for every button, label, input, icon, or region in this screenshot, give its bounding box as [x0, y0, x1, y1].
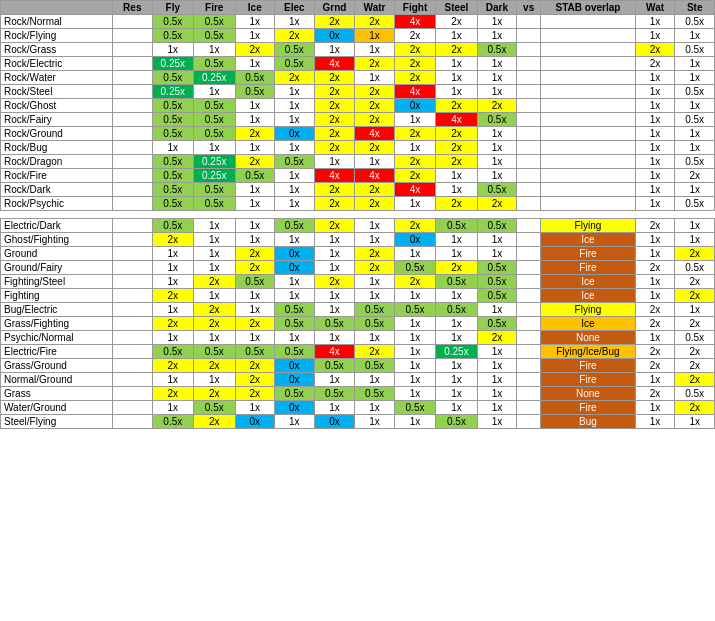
- table-row: Grass2x2x2x0.5x0.5x0.5x1x1x1xNone2x0.5x: [1, 387, 715, 401]
- table-row: Grass/Ground2x2x2x0x0.5x0.5x1x1x1xFire2x…: [1, 359, 715, 373]
- col-header-vs: vs: [517, 1, 541, 15]
- table-row: Rock/Dragon0.5x0.25x2x0.5x1x1x2x2x1x1x0.…: [1, 155, 715, 169]
- table-row: Water/Ground1x0.5x1x0x1x1x0.5x1x1xFire1x…: [1, 401, 715, 415]
- table-row: Rock/Psychic0.5x0.5x1x1x2x2x1x2x2x1x0.5x: [1, 197, 715, 211]
- col-header-dark: Dark: [477, 1, 517, 15]
- table-row: Normal/Ground1x1x2x0x1x1x1x1x1xFire1x2x: [1, 373, 715, 387]
- separator-row: [1, 211, 715, 219]
- table-row: Fighting/Steel1x2x0.5x1x2x1x2x0.5x0.5xIc…: [1, 275, 715, 289]
- table-row: Psychic/Normal1x1x1x1x1x1x1x1x2xNone1x0.…: [1, 331, 715, 345]
- col-header-elec: Elec: [275, 1, 315, 15]
- table-row: Rock/Fairy0.5x0.5x1x1x2x2x1x4x0.5x1x0.5x: [1, 113, 715, 127]
- col-header-steel: Steel: [436, 1, 477, 15]
- table-row: Rock/Flying0.5x0.5x1x2x0x1x2x1x1x1x1x: [1, 29, 715, 43]
- table-row: Rock/Steel0.25x1x0.5x1x2x2x4x1x1x1x0.5x: [1, 85, 715, 99]
- table-row: Rock/Dark0.5x0.5x1x1x2x2x4x1x0.5x1x1x: [1, 183, 715, 197]
- table-row: Bug/Electric1x2x1x0.5x1x0.5x0.5x0.5x1xFl…: [1, 303, 715, 317]
- col-header-type: [1, 1, 113, 15]
- col-header-grnd: Grnd: [314, 1, 355, 15]
- table-row: Rock/Electric0.25x0.5x1x0.5x4x2x2x1x1x2x…: [1, 57, 715, 71]
- table-row: Ground/Fairy1x1x2x0x1x2x0.5x2x0.5xFire2x…: [1, 261, 715, 275]
- table-row: Fighting2x1x1x1x1x1x1x1x0.5xIce1x2x: [1, 289, 715, 303]
- table-row: Rock/Water0.5x0.25x0.5x2x2x1x2x1x1x1x1x: [1, 71, 715, 85]
- col-header-wat: Wat: [635, 1, 675, 15]
- table-row: Rock/Ghost0.5x0.5x1x1x2x2x0x2x2x1x1x: [1, 99, 715, 113]
- table-row: Rock/Fire0.5x0.25x0.5x1x4x4x2x1x1x1x2x: [1, 169, 715, 183]
- col-header-stab: STAB overlap: [541, 1, 636, 15]
- col-header-fight: Fight: [394, 1, 435, 15]
- table-row: Rock/Normal0.5x0.5x1x1x2x2x4x2x1x1x0.5x: [1, 15, 715, 29]
- table-row: Ground1x1x2x0x1x2x1x1x1xFire1x2x: [1, 247, 715, 261]
- col-header-watr: Watr: [355, 1, 395, 15]
- table-row: Grass/Fighting2x2x2x0.5x0.5x0.5x1x1x0.5x…: [1, 317, 715, 331]
- table-header: ResFlyFireIceElecGrndWatrFightSteelDarkv…: [1, 1, 715, 15]
- table-row: Electric/Dark0.5x1x1x0.5x2x1x2x0.5x0.5xF…: [1, 219, 715, 233]
- col-header-fire: Fire: [194, 1, 235, 15]
- col-header-res: Res: [113, 1, 153, 15]
- table-row: Steel/Flying0.5x2x0x1x0x1x1x0.5x1xBug1x1…: [1, 415, 715, 429]
- table-row: Electric/Fire0.5x0.5x0.5x0.5x4x2x1x0.25x…: [1, 345, 715, 359]
- table-row: Rock/Ground0.5x0.5x2x0x2x4x2x2x1x1x1x: [1, 127, 715, 141]
- col-header-ice: Ice: [235, 1, 275, 15]
- type-chart-table: ResFlyFireIceElecGrndWatrFightSteelDarkv…: [0, 0, 715, 429]
- col-header-fly: Fly: [152, 1, 193, 15]
- table-row: Rock/Bug1x1x1x1x2x2x1x2x1x1x1x: [1, 141, 715, 155]
- table-row: Rock/Grass1x1x2x0.5x1x1x2x2x0.5x2x0.5x: [1, 43, 715, 57]
- col-header-ste: Ste: [675, 1, 715, 15]
- table-row: Ghost/Fighting2x1x1x1x1x1x0x1x1xIce1x1x: [1, 233, 715, 247]
